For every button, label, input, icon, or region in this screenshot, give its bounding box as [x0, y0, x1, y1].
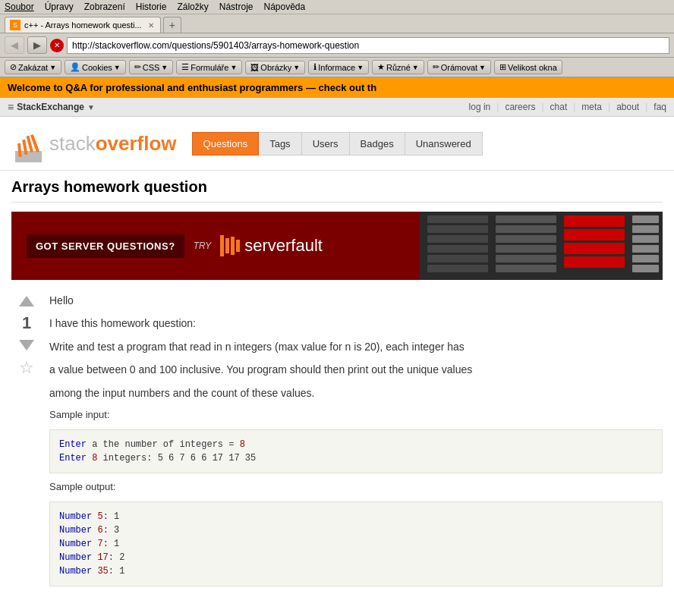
- sf-text-plain: server: [244, 236, 291, 255]
- back-button[interactable]: ◀: [5, 36, 24, 54]
- forward-button[interactable]: ▶: [27, 36, 47, 54]
- code-output-line-5: Number 35: 1: [59, 564, 653, 578]
- ad-banner-left: GOT SERVER QUESTIONS? TRY serverfault: [11, 223, 338, 269]
- svg-rect-26: [632, 235, 659, 243]
- stop-button[interactable]: ✕: [50, 39, 64, 52]
- svg-marker-31: [19, 340, 34, 350]
- chat-link[interactable]: chat: [550, 102, 568, 112]
- menu-zalozky[interactable]: Záložky: [177, 2, 208, 12]
- toolbar-zakázat[interactable]: ⊘ Zakázat ▼: [5, 60, 61, 74]
- favorite-button[interactable]: ☆: [16, 357, 37, 379]
- browser-tab-bar: S c++ - Arrays homework questi... ✕ +: [0, 14, 674, 33]
- code-output-line-3: Number 7: 1: [59, 537, 653, 551]
- welcome-bar: Welcome to Q&A for professional and enth…: [0, 77, 674, 98]
- new-tab-button[interactable]: +: [163, 17, 181, 33]
- browser-menu-bar: Soubor Úpravy Zobrazení Historie Záložky…: [0, 0, 674, 14]
- sample-output-label: Sample output:: [49, 479, 663, 495]
- hamburger-icon: ≡: [8, 101, 14, 113]
- so-logo-text: stackoverflow: [49, 132, 177, 156]
- upvote-arrow-icon: [17, 294, 36, 308]
- menu-nastroje[interactable]: Nástroje: [219, 2, 254, 12]
- cookies-arrow: ▼: [114, 64, 121, 71]
- svg-rect-9: [427, 225, 488, 233]
- stackexchange-arrow[interactable]: ▼: [87, 103, 95, 112]
- obrazky-arrow: ▼: [293, 64, 300, 71]
- ad-sf-logo: serverfault: [220, 235, 323, 256]
- menu-upravy[interactable]: Úpravy: [45, 2, 74, 12]
- toolbar-velikost[interactable]: ⊞ Velikost okna: [494, 60, 562, 74]
- toolbar-formulare[interactable]: ☰ Formuláře ▼: [176, 60, 242, 74]
- nav-tags[interactable]: Tags: [259, 132, 301, 156]
- toolbar-obrazky[interactable]: 🖼 Obrázky ▼: [245, 61, 305, 74]
- address-bar[interactable]: [67, 37, 669, 54]
- velikost-icon: ⊞: [499, 62, 506, 72]
- toolbar-oramovat[interactable]: ✏ Orámovat ▼: [427, 60, 491, 74]
- sf-bar-3: [231, 237, 235, 255]
- nav-users[interactable]: Users: [302, 132, 350, 156]
- body-p1: I have this homework question:: [49, 315, 663, 332]
- menu-soubor[interactable]: Soubor: [5, 2, 34, 12]
- body-p2: Write and test a program that read in n …: [49, 338, 663, 355]
- sf-text: serverfault: [244, 236, 323, 256]
- css-icon: ✏: [134, 62, 141, 72]
- menu-historie[interactable]: Historie: [136, 2, 167, 12]
- toolbar-informace[interactable]: ℹ Informace ▼: [308, 60, 369, 74]
- tab-close-btn[interactable]: ✕: [148, 21, 154, 30]
- vote-cell: 1 ☆: [11, 292, 42, 592]
- sf-bar-2: [225, 238, 229, 253]
- tab-favicon: S: [10, 20, 20, 30]
- se-top-bar-left: ≡ StackExchange ▼: [8, 101, 95, 113]
- svg-rect-2: [15, 159, 42, 162]
- ad-try-label: TRY: [194, 240, 212, 251]
- svg-rect-11: [427, 245, 488, 253]
- vote-down-button[interactable]: [14, 336, 39, 354]
- body-p4: among the input numbers and the count of…: [49, 385, 663, 401]
- nav-questions[interactable]: Questions: [192, 132, 260, 156]
- code-output-line-2: Number 6: 3: [59, 523, 653, 537]
- menu-zobrazeni[interactable]: Zobrazení: [84, 2, 125, 12]
- svg-rect-10: [427, 235, 488, 243]
- informace-icon: ℹ: [313, 62, 317, 72]
- toolbar-cookies[interactable]: 👤 Cookies ▼: [65, 60, 126, 74]
- vote-up-button[interactable]: [14, 292, 39, 310]
- formulare-arrow: ▼: [230, 64, 237, 71]
- ad-got-server-text: GOT SERVER QUESTIONS?: [27, 234, 184, 258]
- tab-title: c++ - Arrays homework questi...: [24, 20, 142, 30]
- so-header: stackoverflow Questions Tags Users Badge…: [0, 117, 674, 171]
- css-arrow: ▼: [161, 64, 168, 71]
- so-logo[interactable]: stackoverflow: [11, 124, 177, 162]
- login-link[interactable]: log in: [469, 102, 491, 112]
- browser-tab[interactable]: S c++ - Arrays homework questi... ✕: [5, 17, 161, 33]
- ad-banner[interactable]: GOT SERVER QUESTIONS? TRY serverfault: [11, 212, 663, 280]
- body-p3: a value between 0 and 100 inclusive. You…: [49, 361, 663, 378]
- code-input-line2: Enter 8 integers: 5 6 7 6 6 17 17 35: [59, 451, 653, 465]
- question-body: Hello I have this homework question: Wri…: [49, 292, 663, 592]
- menu-napoveda[interactable]: Nápověda: [263, 2, 305, 12]
- nav-unanswered[interactable]: Unanswered: [405, 132, 483, 156]
- browser-nav-bar: ◀ ▶ ✕: [0, 33, 674, 58]
- svg-rect-23: [564, 256, 625, 268]
- code-output-block: Number 5: 1 Number 6: 3 Number 7: 1 Numb…: [49, 501, 663, 586]
- se-top-bar: ≡ StackExchange ▼ log in | careers | cha…: [0, 98, 674, 117]
- meta-link[interactable]: meta: [581, 102, 602, 112]
- faq-link[interactable]: faq: [654, 102, 666, 112]
- sf-icon: [220, 235, 240, 256]
- svg-rect-16: [496, 235, 556, 243]
- svg-rect-12: [427, 255, 488, 262]
- svg-rect-13: [427, 265, 488, 272]
- page-title: Arrays homework question: [11, 178, 663, 203]
- server-rack-image: [420, 212, 663, 280]
- toolbar-css[interactable]: ✏ CSS ▼: [129, 60, 174, 74]
- svg-rect-25: [632, 225, 659, 233]
- stackexchange-logo[interactable]: StackExchange: [17, 102, 84, 112]
- ad-banner-right: [420, 212, 663, 280]
- vote-count: 1: [22, 313, 31, 333]
- svg-rect-19: [496, 265, 556, 272]
- se-top-bar-right: log in | careers | chat | meta | about |…: [469, 102, 666, 112]
- toolbar-ruzne[interactable]: ★ Různé ▼: [372, 60, 424, 74]
- careers-link[interactable]: careers: [505, 102, 535, 112]
- about-link[interactable]: about: [616, 102, 639, 112]
- zakázat-icon: ⊘: [10, 62, 17, 72]
- svg-rect-21: [564, 229, 625, 240]
- nav-badges[interactable]: Badges: [350, 132, 405, 156]
